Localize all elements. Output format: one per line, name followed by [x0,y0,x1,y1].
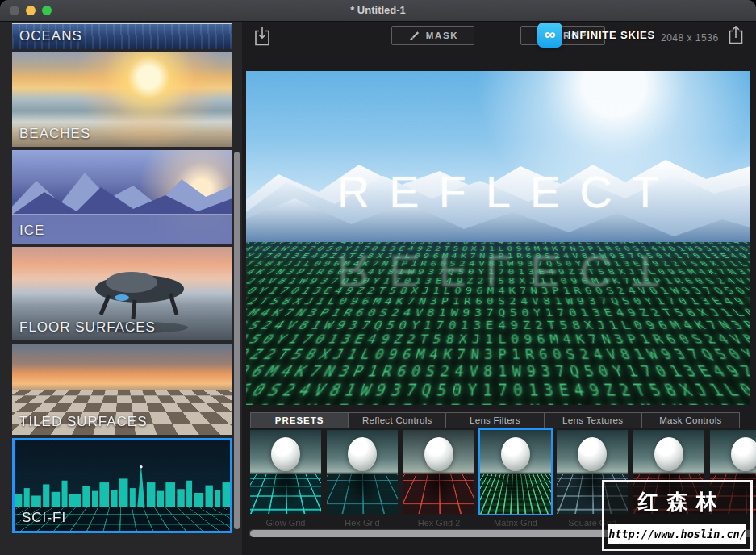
reflect-headline-reflection: REFLECT [318,245,679,298]
preset-label: Glow Grid [250,518,321,528]
window-title: * Untitled-1 [0,0,756,21]
tab-reflect-controls[interactable]: Reflect Controls [349,413,446,428]
preset-label: Hex Grid [327,518,398,528]
matrix-floor: 7013E49Z2T58XJ1L096M4K7N3P1R60S24V81W937… [246,242,750,405]
category-label: BEACHES [19,126,90,142]
watermark-title: 红森林 [604,488,750,516]
close-button[interactable] [10,6,19,15]
image-preview[interactable]: REFLECT 7013E49Z2T58XJ1L096M4K7N3P1R60S2… [246,71,750,405]
brush-icon [407,30,420,42]
preset-thumbnail [250,430,321,514]
sidebar-scrollbar[interactable] [234,152,240,529]
category-label: FLOOR SURFACES [19,319,156,336]
preset-matrix-grid[interactable]: Matrix Grid [480,430,551,528]
ice-mountains-art [12,150,232,244]
zoom-button[interactable] [42,6,52,15]
preset-hex-grid[interactable]: Hex Grid [327,430,398,528]
crop-button-label: CROP [555,31,587,40]
sphere-art [271,437,300,471]
preset-label: Hex Grid 2 [403,518,474,528]
minimize-button[interactable] [26,6,36,15]
category-label: TILED SURFACES [19,414,148,430]
crop-button[interactable]: CROP [520,26,605,45]
ice-thumbnail [12,150,232,244]
share-button[interactable] [727,24,745,46]
traffic-lights [10,6,52,15]
main-area: OCEANS BEACHES ICE [0,22,756,555]
watermark-overlay: 红森林 http://www.hoslin.cn/ [602,480,753,551]
sphere-art [348,437,377,471]
import-button[interactable] [253,26,272,47]
sphere-art [578,437,607,471]
tab-mask-controls[interactable]: Mask Controls [642,413,739,428]
sidebar-item-floor-surfaces[interactable]: FLOOR SURFACES [12,247,232,340]
sphere-art [424,437,453,471]
import-icon [253,26,272,47]
reflect-headline: REFLECT [318,165,679,218]
mask-button-label: MASK [426,31,458,40]
category-sidebar: OCEANS BEACHES ICE [0,22,242,555]
preset-glow-grid[interactable]: Glow Grid [250,430,321,528]
mask-button[interactable]: MASK [391,26,474,45]
sphere-art [501,437,530,471]
sphere-art [731,437,756,471]
watermark-url: http://www.hoslin.cn/ [608,524,746,544]
titlebar: * Untitled-1 [0,0,756,22]
tab-presets[interactable]: PRESETS [251,413,349,428]
category-label: OCEANS [19,28,82,44]
sidebar-item-ice[interactable]: ICE [12,150,232,244]
sidebar-item-tiled-surfaces[interactable]: TILED SURFACES [12,344,232,435]
image-dimensions: 2048 x 1536 [661,32,719,44]
app-window: * Untitled-1 OCEANS BEACHES [0,0,756,555]
toolbar: MASK CROP ∞ INFINITE SKIES 2048 x 1536 [242,22,756,52]
wireframe-city-art [15,465,232,507]
tab-lens-textures[interactable]: Lens Textures [545,413,642,428]
preset-thumbnail [327,430,398,514]
share-icon [727,24,745,46]
sidebar-item-oceans[interactable]: OCEANS [12,23,232,49]
crop-icon [538,31,549,41]
preset-hex-grid-2[interactable]: Hex Grid 2 [403,430,474,528]
tab-lens-filters[interactable]: Lens Filters [446,413,544,428]
category-label: ICE [19,223,44,239]
preset-thumbnail [480,430,551,514]
preset-label: Matrix Grid [480,518,551,528]
content-pane: MASK CROP ∞ INFINITE SKIES 2048 x 1536 [242,22,756,555]
controls-tab-bar: PRESETS Reflect Controls Lens Filters Le… [250,412,740,428]
sidebar-item-sci-fi[interactable]: SCI-FI [12,438,232,533]
sidebar-item-beaches[interactable]: BEACHES [12,52,232,147]
category-label: SCI-FI [22,510,66,526]
preset-thumbnail [403,430,474,514]
sphere-art [654,437,683,471]
